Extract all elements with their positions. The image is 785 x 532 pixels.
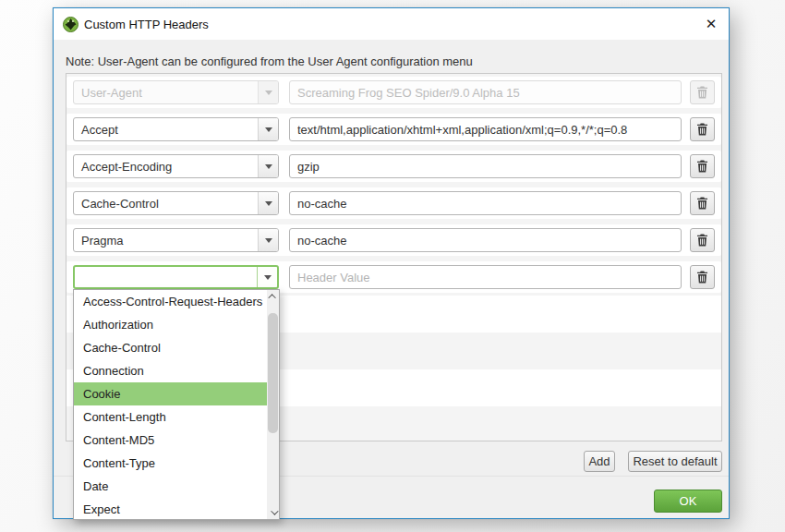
header-row-user-agent: User-Agent — [66, 74, 721, 111]
header-name-select: User-Agent — [73, 80, 279, 104]
dropdown-item[interactable]: Date — [74, 475, 279, 498]
header-row-accept: Accept — [66, 111, 721, 148]
trash-icon — [696, 197, 708, 210]
dialog-title: Custom HTTP Headers — [84, 17, 209, 32]
dropdown-item[interactable]: Connection — [74, 359, 279, 382]
close-icon[interactable]: ✕ — [699, 12, 723, 36]
dropdown-scrollbar[interactable] — [267, 290, 279, 519]
add-button[interactable]: Add — [584, 451, 615, 472]
desktop-background: Custom HTTP Headers ✕ Note: User-Agent c… — [0, 0, 785, 532]
dropdown-item[interactable]: Cache-Control — [74, 336, 279, 359]
header-row-cache-control: Cache-Control — [66, 185, 721, 222]
selected-header-name: Accept-Encoding — [74, 160, 258, 174]
header-value-input[interactable] — [289, 154, 682, 178]
selected-header-name: Cache-Control — [74, 197, 258, 211]
header-name-select-open[interactable] — [73, 265, 279, 289]
ok-button[interactable]: OK — [654, 490, 722, 513]
title-bar[interactable]: Custom HTTP Headers ✕ — [54, 8, 729, 40]
delete-row-button[interactable] — [690, 228, 715, 252]
header-value-input[interactable] — [289, 191, 682, 215]
delete-row-button[interactable] — [690, 154, 715, 178]
header-value-input[interactable] — [289, 228, 682, 252]
header-value-input[interactable] — [289, 265, 682, 289]
selected-header-name: Pragma — [74, 234, 258, 248]
dropdown-item[interactable]: Access-Control-Request-Headers — [74, 290, 279, 313]
header-row-pragma: Pragma — [66, 222, 721, 259]
custom-http-headers-dialog: Custom HTTP Headers ✕ Note: User-Agent c… — [53, 7, 730, 519]
header-name-dropdown-list: Access-Control-Request-Headers Authoriza… — [73, 289, 280, 520]
dropdown-item[interactable]: Content-Length — [74, 405, 279, 429]
delete-row-button[interactable] — [690, 117, 715, 141]
trash-icon — [696, 234, 708, 247]
header-name-select[interactable]: Accept-Encoding — [73, 154, 279, 178]
dropdown-item[interactable]: Authorization — [74, 313, 279, 336]
trash-icon — [696, 86, 708, 99]
trash-icon — [696, 271, 708, 284]
chevron-down-icon — [258, 81, 278, 103]
header-name-select[interactable]: Cache-Control — [73, 191, 279, 215]
selected-header-name: Accept — [74, 123, 258, 137]
dropdown-item[interactable]: Expect — [74, 498, 279, 521]
screaming-frog-icon — [63, 17, 78, 32]
dropdown-item[interactable]: Content-Type — [74, 452, 279, 475]
dropdown-item-highlighted[interactable]: Cookie — [74, 382, 279, 405]
chevron-down-icon[interactable] — [258, 155, 278, 177]
scroll-up-icon[interactable] — [267, 290, 279, 303]
reset-to-default-button[interactable]: Reset to default — [628, 451, 722, 472]
trash-icon — [696, 160, 708, 173]
note-text: Note: User-Agent can be configured from … — [66, 54, 473, 68]
header-name-select[interactable]: Pragma — [73, 228, 279, 252]
header-value-input — [289, 80, 682, 104]
selected-header-name: User-Agent — [74, 86, 258, 100]
dropdown-item[interactable]: Content-MD5 — [74, 429, 279, 452]
chevron-down-icon[interactable] — [257, 267, 277, 287]
header-name-select[interactable]: Accept — [73, 117, 279, 141]
chevron-down-icon[interactable] — [258, 229, 278, 251]
delete-row-button[interactable] — [690, 191, 715, 215]
chevron-down-icon[interactable] — [258, 192, 278, 214]
delete-row-button[interactable] — [690, 265, 715, 289]
chevron-down-icon[interactable] — [258, 118, 278, 140]
scroll-down-icon[interactable] — [267, 506, 279, 519]
header-value-input[interactable] — [289, 117, 682, 141]
trash-icon — [696, 123, 708, 136]
scrollbar-thumb[interactable] — [268, 313, 278, 433]
header-row-accept-encoding: Accept-Encoding — [66, 148, 721, 185]
delete-row-button — [690, 80, 715, 104]
